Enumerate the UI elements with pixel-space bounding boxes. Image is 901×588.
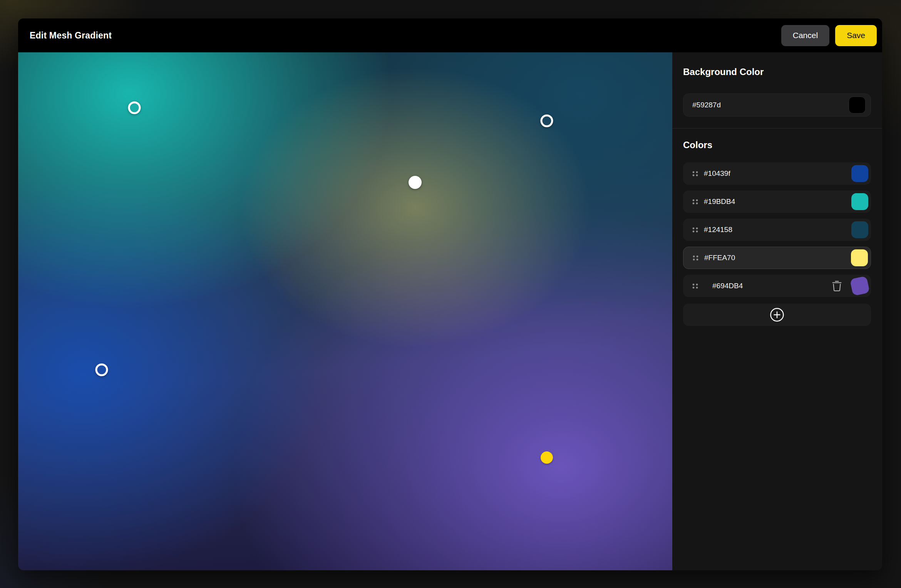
color-row[interactable]: #19BDB4 <box>683 190 871 213</box>
delete-color-button[interactable] <box>832 281 842 292</box>
drag-handle-icon[interactable] <box>692 170 699 177</box>
colors-heading: Colors <box>683 139 871 151</box>
drag-handle-icon[interactable] <box>692 198 699 205</box>
sidebar: Background Color #59287d Colors #10439f <box>672 52 882 570</box>
color-list: #10439f #19BDB4 #124158 <box>683 162 871 297</box>
edit-mesh-gradient-dialog: Edit Mesh Gradient Cancel Save Backgroun… <box>18 18 882 570</box>
color-hex-label: #694DB4 <box>712 282 743 290</box>
divider <box>672 128 882 129</box>
gradient-control-point[interactable] <box>95 364 108 376</box>
add-color-button[interactable] <box>683 304 871 326</box>
color-row[interactable]: #10439f <box>683 162 871 185</box>
gradient-control-point[interactable] <box>540 114 553 127</box>
color-hex-label: #FFEA70 <box>704 254 735 262</box>
color-hex-label: #19BDB4 <box>704 197 735 206</box>
color-swatch[interactable] <box>851 165 868 182</box>
color-swatch[interactable] <box>851 249 868 266</box>
color-swatch[interactable] <box>851 193 868 210</box>
background-color-value: #59287d <box>692 101 721 109</box>
gradient-control-point[interactable] <box>409 176 422 189</box>
save-button[interactable]: Save <box>835 25 877 46</box>
color-swatch[interactable] <box>851 221 868 238</box>
color-hex-label: #124158 <box>704 226 732 234</box>
background-color-heading: Background Color <box>683 66 871 78</box>
mesh-gradient-canvas[interactable] <box>18 52 672 570</box>
background-color-field[interactable]: #59287d <box>683 94 871 117</box>
gradient-control-point[interactable] <box>128 102 141 114</box>
color-hex-label: #10439f <box>704 169 730 178</box>
dialog-header: Edit Mesh Gradient Cancel Save <box>18 18 882 52</box>
color-row[interactable]: #694DB4 <box>683 275 871 297</box>
gradient-control-point[interactable] <box>541 451 553 464</box>
drag-handle-icon[interactable] <box>692 254 699 262</box>
trash-icon <box>832 281 842 292</box>
color-row[interactable]: #FFEA70 <box>683 247 871 269</box>
cancel-button[interactable]: Cancel <box>781 25 829 46</box>
header-actions: Cancel Save <box>781 25 877 46</box>
plus-circle-icon <box>770 307 784 322</box>
color-swatch[interactable] <box>850 276 870 296</box>
color-row[interactable]: #124158 <box>683 219 871 241</box>
dialog-title: Edit Mesh Gradient <box>30 30 112 41</box>
drag-handle-icon[interactable] <box>692 226 699 234</box>
background-color-swatch[interactable] <box>849 97 866 114</box>
drag-handle-icon[interactable] <box>692 282 699 290</box>
